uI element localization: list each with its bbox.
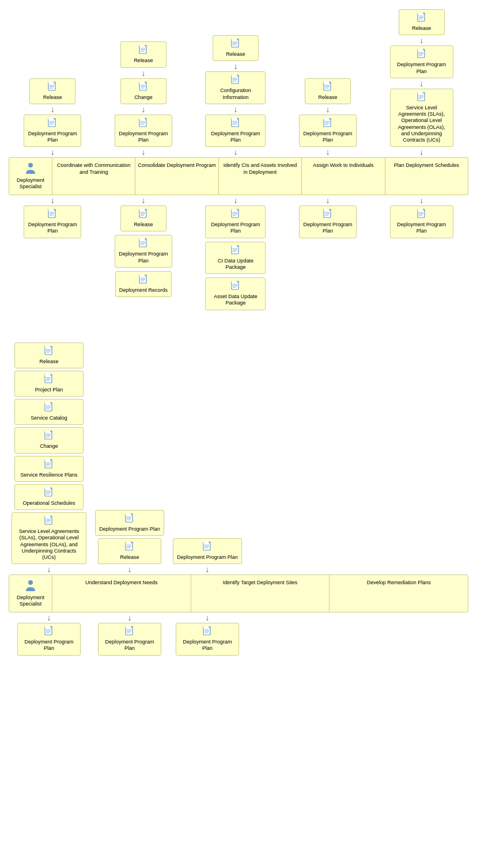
card-label: Deployment Program Plan bbox=[303, 131, 353, 144]
input-card: Deployment Program Plan bbox=[299, 115, 357, 147]
doc-icon bbox=[44, 488, 54, 499]
process-label: Plan Deployment Schedules bbox=[394, 162, 459, 169]
process-label: Coordinate with Communication and Traini… bbox=[55, 162, 132, 176]
doc-icon bbox=[417, 49, 427, 60]
svg-rect-173 bbox=[203, 626, 209, 628]
input-card: Deployment Program Plan bbox=[205, 115, 266, 147]
d2-process-cell-1: Understand Deployment Needs bbox=[52, 575, 191, 612]
card-label: Deployment Program Plan bbox=[209, 131, 262, 144]
input-card: Service Catalog bbox=[14, 399, 84, 425]
d2-process-cell-2: Identify Target Deployment Sites bbox=[191, 575, 330, 612]
svg-rect-147 bbox=[126, 513, 131, 515]
process-label: Identify Target Deployment Sites bbox=[223, 580, 297, 586]
svg-rect-127 bbox=[45, 431, 50, 432]
process-label: Consolidate Deployment Program bbox=[138, 162, 216, 169]
svg-rect-1 bbox=[48, 82, 54, 83]
arrow-down: ↓ bbox=[419, 147, 423, 157]
doc-icon bbox=[417, 13, 427, 24]
card-label: Deployment Program Plan bbox=[303, 222, 353, 235]
output-card: Deployment Program Plan bbox=[98, 623, 161, 656]
arrow-down: ↓ bbox=[326, 104, 330, 115]
arrow-down: ↓ bbox=[419, 78, 423, 89]
d2-col1-inputs: Release Project Plan Service Catalog Cha… bbox=[9, 342, 89, 575]
diagram-section-2: Release Project Plan Service Catalog Cha… bbox=[6, 339, 471, 656]
svg-rect-67 bbox=[48, 209, 54, 211]
arrow-down: ↓ bbox=[128, 564, 132, 574]
arrow-down: ↓ bbox=[51, 147, 55, 157]
diagram-container: Release ↓ Deployment Program Plan ↓ Rele… bbox=[0, 0, 477, 679]
d2-process-cell-3: Develop Remediation Plans bbox=[330, 575, 468, 612]
card-label: Release bbox=[39, 359, 58, 365]
arrow-down: ↓ bbox=[326, 195, 330, 205]
process-label: Understand Deployment Needs bbox=[85, 580, 158, 586]
svg-rect-72 bbox=[139, 209, 145, 211]
output-card: Deployment Program Plan bbox=[115, 235, 172, 268]
doc-icon bbox=[44, 626, 54, 638]
svg-rect-16 bbox=[139, 82, 145, 83]
arrow-down: ↓ bbox=[47, 612, 51, 623]
svg-rect-152 bbox=[126, 542, 131, 543]
output-card: Deployment Program Plan bbox=[299, 205, 357, 238]
doc-icon bbox=[138, 238, 149, 250]
arrow-down: ↓ bbox=[128, 612, 132, 623]
arrow-down: ↓ bbox=[51, 104, 55, 115]
card-label: Deployment Program Plan bbox=[394, 62, 449, 75]
card-label: Deployment Program Plan bbox=[209, 222, 262, 235]
col5-inputs: Release ↓ Deployment Program Plan ↓ Serv… bbox=[390, 9, 453, 157]
svg-rect-77 bbox=[139, 238, 145, 240]
process-cell-5: Plan Deployment Schedules bbox=[385, 158, 468, 195]
doc-icon bbox=[230, 209, 241, 220]
d2-col1-outputs: ↓ Deployment Program Plan bbox=[9, 612, 89, 656]
svg-point-161 bbox=[28, 580, 33, 585]
d2-col3-outputs: ↓ Deployment Program Plan bbox=[170, 612, 245, 656]
process-band-2: Deployment Specialist Understand Deploym… bbox=[9, 574, 468, 612]
col2-inputs: Release ↓ Change ↓ Deployment Program Pl… bbox=[115, 41, 172, 157]
card-label: Deployment Program Plan bbox=[177, 554, 238, 561]
input-card: Release bbox=[213, 35, 259, 61]
col3-inputs: Release ↓ Configuration Information ↓ De… bbox=[205, 35, 266, 157]
arrow-down: ↓ bbox=[419, 35, 423, 45]
arrow-down: ↓ bbox=[206, 564, 210, 574]
arrow-down: ↓ bbox=[51, 195, 55, 205]
specialist-cell: Deployment Specialist bbox=[9, 158, 52, 195]
card-label: Deployment Program Plan bbox=[180, 639, 235, 652]
svg-rect-112 bbox=[45, 346, 50, 348]
svg-rect-11 bbox=[139, 45, 145, 47]
output-card: Deployment Program Plan bbox=[24, 205, 81, 238]
col4-outputs: ↓ Deployment Program Plan bbox=[299, 195, 357, 310]
input-card: Deployment Program Plan bbox=[115, 115, 172, 147]
input-card: Configuration Information bbox=[205, 71, 266, 104]
specialist-cell: Deployment Specialist bbox=[9, 575, 52, 612]
svg-rect-97 bbox=[232, 281, 237, 283]
card-label: Service Catalog bbox=[31, 415, 67, 421]
card-label: Service Resilience Plans bbox=[20, 472, 77, 478]
svg-rect-36 bbox=[232, 118, 237, 120]
doc-icon bbox=[138, 209, 149, 220]
process-cell-1: Coordinate with Communication and Traini… bbox=[52, 158, 135, 195]
arrow-down: ↓ bbox=[419, 195, 423, 205]
specialist-label: Deployment Specialist bbox=[12, 595, 50, 608]
card-label: Service Level Agreements (SLAs), Operati… bbox=[394, 105, 449, 144]
input-card: Deployment Program Plan bbox=[24, 115, 81, 147]
svg-rect-51 bbox=[418, 13, 423, 14]
doc-icon bbox=[44, 402, 54, 414]
input-card: Deployment Program Plan bbox=[173, 538, 242, 564]
doc-icon bbox=[230, 75, 241, 86]
doc-icon bbox=[230, 245, 241, 257]
input-card: Service Level Agreements (SLAs), Operati… bbox=[12, 512, 86, 564]
input-card: Deployment Program Plan bbox=[390, 45, 453, 78]
card-label: Operational Schedules bbox=[22, 500, 75, 507]
doc-icon bbox=[230, 39, 241, 50]
svg-rect-46 bbox=[324, 118, 329, 120]
doc-icon bbox=[47, 118, 58, 130]
card-label: Deployment Program Plan bbox=[102, 639, 157, 652]
svg-rect-132 bbox=[45, 459, 50, 461]
col3-outputs: ↓ Deployment Program Plan CI Data Update… bbox=[205, 195, 266, 310]
output-card: Deployment Program Plan bbox=[17, 623, 81, 656]
output-card: Deployment Program Plan bbox=[176, 623, 239, 656]
input-card: Release bbox=[305, 78, 351, 104]
arrow-down: ↓ bbox=[141, 195, 145, 205]
d2-col3-inputs: Deployment Program Plan ↓ bbox=[170, 538, 245, 574]
doc-icon bbox=[230, 118, 241, 130]
output-card: Deployment Program Plan bbox=[390, 205, 453, 238]
